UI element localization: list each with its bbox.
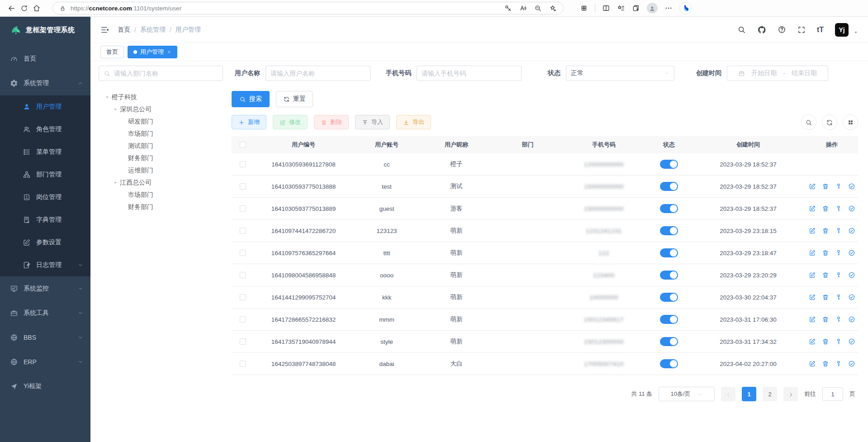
edit-icon[interactable]	[809, 205, 816, 212]
username-input[interactable]	[266, 66, 370, 81]
lock-icon[interactable]	[59, 5, 66, 12]
reset-password-icon[interactable]	[835, 205, 842, 212]
page-button-2[interactable]: 2	[763, 387, 777, 401]
page-button-1[interactable]: 1	[742, 387, 756, 401]
authorize-icon[interactable]	[848, 183, 855, 190]
sidebar-item-erp[interactable]: ERP	[0, 350, 90, 374]
row-checkbox[interactable]	[240, 183, 246, 190]
sidebar-item-yi-framework[interactable]: Yi框架	[0, 374, 90, 399]
edit-icon[interactable]	[809, 338, 816, 345]
authorize-icon[interactable]	[848, 338, 855, 345]
dept-search-input[interactable]	[99, 66, 223, 81]
tree-node[interactable]: 橙子科技	[99, 91, 226, 103]
reset-password-icon[interactable]	[835, 338, 842, 345]
delete-icon[interactable]	[822, 271, 829, 279]
breadcrumb-item[interactable]: 系统管理	[140, 26, 166, 34]
edit-icon[interactable]	[809, 316, 816, 323]
tree-node[interactable]: 测试部门	[99, 140, 226, 152]
reset-password-icon[interactable]	[835, 294, 842, 301]
edit-icon[interactable]	[809, 249, 816, 257]
authorize-icon[interactable]	[848, 294, 855, 301]
sidebar-item-bbs[interactable]: BBS	[0, 325, 90, 350]
delete-icon[interactable]	[822, 360, 829, 367]
tree-node[interactable]: 市场部门	[99, 128, 226, 140]
sidebar-item-post-mgmt[interactable]: 岗位管理	[0, 186, 90, 209]
sidebar-item-log-mgmt[interactable]: 日志管理	[0, 254, 90, 276]
password-key-icon[interactable]	[504, 5, 512, 12]
reset-password-icon[interactable]	[835, 316, 842, 323]
edit-icon[interactable]	[809, 227, 816, 234]
back-icon[interactable]	[7, 4, 16, 13]
breadcrumb-item[interactable]: 首页	[118, 26, 130, 34]
close-icon[interactable]	[167, 50, 171, 54]
breadcrumb-item[interactable]: 用户管理	[175, 26, 201, 34]
user-avatar[interactable]: Yj	[835, 23, 849, 37]
tree-node[interactable]: 运维部门	[99, 164, 226, 176]
github-icon[interactable]	[757, 25, 766, 34]
edit-icon[interactable]	[809, 360, 816, 367]
edit-icon[interactable]	[809, 271, 816, 279]
status-toggle[interactable]	[660, 226, 678, 235]
collapse-sidebar-icon[interactable]	[100, 25, 109, 34]
favorites-bar-icon[interactable]	[617, 4, 625, 12]
tree-expand-icon[interactable]	[113, 107, 118, 112]
tree-expand-icon[interactable]	[105, 95, 109, 100]
sidebar-item-role-mgmt[interactable]: 角色管理	[0, 118, 90, 141]
status-toggle[interactable]	[660, 337, 678, 346]
table-columns-button[interactable]	[843, 114, 858, 130]
authorize-icon[interactable]	[848, 360, 855, 367]
sidebar-item-user-mgmt[interactable]: 用户管理	[0, 95, 90, 118]
row-checkbox[interactable]	[240, 316, 246, 323]
more-menu-icon[interactable]	[664, 4, 673, 12]
table-search-toggle-button[interactable]	[801, 114, 816, 130]
edit-button[interactable]: 修改	[273, 115, 308, 129]
import-button[interactable]: 导入	[355, 115, 390, 129]
read-aloud-icon[interactable]	[519, 5, 527, 12]
delete-icon[interactable]	[822, 316, 829, 323]
status-toggle[interactable]	[660, 204, 678, 213]
reset-button[interactable]: 重置	[276, 91, 313, 107]
sidebar-item-param-settings[interactable]: 参数设置	[0, 231, 90, 254]
extensions-icon[interactable]	[580, 4, 588, 12]
date-range-picker[interactable]: 开始日期 - 结束日期	[727, 66, 828, 81]
fullscreen-icon[interactable]	[797, 26, 806, 34]
search-button[interactable]: 搜索	[232, 91, 270, 107]
delete-icon[interactable]	[822, 183, 829, 190]
row-checkbox[interactable]	[240, 361, 246, 367]
zoom-out-icon[interactable]	[534, 5, 542, 12]
profile-avatar[interactable]	[647, 3, 658, 14]
tree-node[interactable]: 财务部门	[99, 152, 226, 164]
copilot-icon[interactable]	[679, 2, 692, 14]
search-icon[interactable]	[737, 25, 746, 34]
phone-input[interactable]	[417, 66, 522, 81]
row-checkbox[interactable]	[240, 272, 246, 278]
tab-active[interactable]: 用户管理	[128, 46, 177, 58]
reset-password-icon[interactable]	[835, 249, 842, 257]
row-checkbox[interactable]	[240, 338, 246, 345]
collections-icon[interactable]	[632, 4, 640, 12]
favorites-add-icon[interactable]	[549, 5, 557, 12]
reset-password-icon[interactable]	[835, 360, 842, 367]
status-toggle[interactable]	[660, 293, 678, 302]
delete-button[interactable]: 删除	[314, 115, 349, 129]
table-refresh-button[interactable]	[822, 114, 837, 130]
sidebar-item-dept-mgmt[interactable]: 部门管理	[0, 163, 90, 186]
delete-icon[interactable]	[822, 227, 829, 234]
authorize-icon[interactable]	[848, 249, 855, 257]
status-toggle[interactable]	[660, 182, 678, 191]
delete-icon[interactable]	[822, 338, 829, 345]
tree-node[interactable]: 市场部门	[99, 189, 226, 201]
address-bar[interactable]: https://ccnetcore.com:1101/system/user	[52, 2, 564, 14]
edit-icon[interactable]	[809, 183, 816, 190]
status-select[interactable]: 正常	[566, 66, 674, 81]
split-screen-icon[interactable]	[602, 4, 610, 12]
tree-node[interactable]: 研发部门	[99, 115, 226, 128]
home-icon[interactable]	[33, 4, 41, 12]
prev-page-button[interactable]	[721, 387, 735, 401]
page-size-select[interactable]: 10条/页	[659, 387, 715, 401]
sidebar-item-menu-mgmt[interactable]: 菜单管理	[0, 141, 90, 163]
delete-icon[interactable]	[822, 205, 829, 212]
next-page-button[interactable]	[783, 387, 798, 401]
add-button[interactable]: 新增	[232, 115, 266, 129]
select-all-checkbox[interactable]	[240, 142, 246, 148]
